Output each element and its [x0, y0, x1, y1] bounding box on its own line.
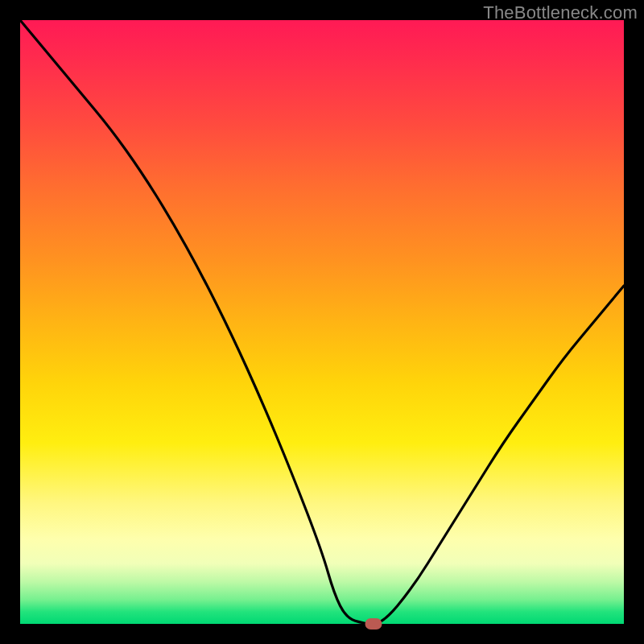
bottleneck-curve [20, 20, 624, 624]
chart-frame: TheBottleneck.com [0, 0, 644, 644]
plot-area [20, 20, 624, 624]
optimal-point-marker [365, 618, 382, 630]
watermark-text: TheBottleneck.com [483, 2, 638, 23]
curve-path [20, 20, 624, 624]
